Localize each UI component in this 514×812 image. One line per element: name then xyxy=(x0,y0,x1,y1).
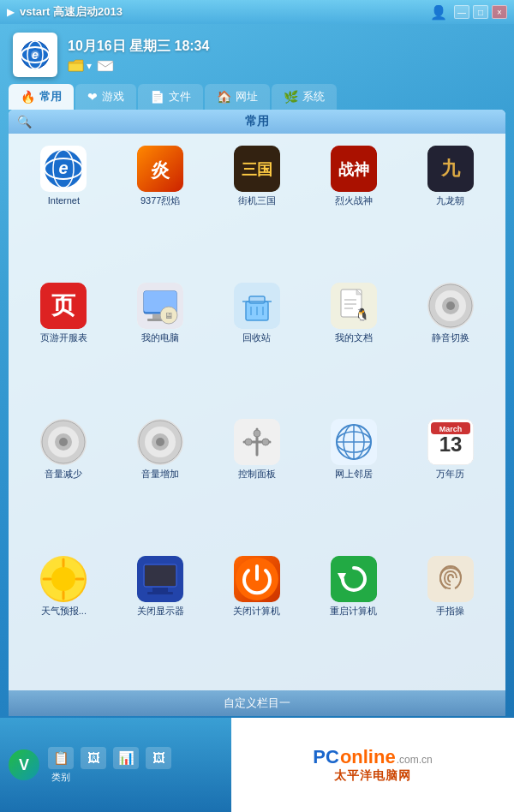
app-voldown[interactable]: 音量减少 xyxy=(17,415,111,546)
app-mypc-icon: 🖥 xyxy=(137,283,183,329)
datetime-display: 10月16日 星期三 18:34 xyxy=(68,38,501,56)
restore-button[interactable]: □ xyxy=(473,5,488,19)
app-game2-icon: 三国 xyxy=(234,146,280,192)
footer-pconline[interactable]: PC online .com.cn 太平洋电脑网 xyxy=(231,718,514,812)
svg-point-51 xyxy=(156,438,164,446)
footer-buttons: 📋 类别 🖼 📊 🖼 xyxy=(48,747,171,784)
app-monitor[interactable]: 关闭显示器 xyxy=(114,552,207,683)
pconline-pc-p: PC xyxy=(313,746,339,768)
svg-text:三国: 三国 xyxy=(242,161,272,178)
app-mypc-label: 我的电脑 xyxy=(141,332,179,343)
svg-text:e: e xyxy=(59,158,69,177)
app-recycle[interactable]: 回收站 xyxy=(211,279,304,409)
tab-web[interactable]: 🏠 网址 xyxy=(205,84,270,110)
app-shutdown-icon xyxy=(234,556,280,602)
app-recycle-icon xyxy=(234,283,280,329)
footer-category-btn[interactable]: 📋 类别 xyxy=(48,747,74,784)
app-weather[interactable]: 天气预报... xyxy=(17,552,111,683)
app-network[interactable]: 网上邻居 xyxy=(307,415,400,546)
app-fingerprint-icon xyxy=(427,556,474,602)
app-game2[interactable]: 三国 街机三国 xyxy=(211,142,304,272)
svg-text:页: 页 xyxy=(51,292,76,319)
footer: V 📋 类别 🖼 📊 🖼 PC onli xyxy=(0,718,514,812)
app-game4-icon: 九 xyxy=(427,146,474,192)
close-button[interactable]: × xyxy=(492,5,507,19)
app-game4-label: 九龙朝 xyxy=(436,195,464,206)
section-header: 🔍 常用 xyxy=(9,110,505,134)
app-monitor-icon xyxy=(137,556,183,602)
email-quick-btn[interactable] xyxy=(97,59,114,73)
app-mute[interactable]: 静音切换 xyxy=(403,279,497,409)
app-restart-icon xyxy=(331,556,377,602)
tab-web-label: 网址 xyxy=(236,89,258,104)
app-network-label: 网上邻居 xyxy=(335,469,373,480)
app-internet[interactable]: e Internet xyxy=(17,142,111,272)
tab-web-icon: 🏠 xyxy=(217,90,231,104)
tab-files-icon: 📄 xyxy=(150,90,164,104)
user-icon: 👤 xyxy=(430,4,447,21)
tab-games[interactable]: ❤ 游戏 xyxy=(75,84,136,110)
svg-rect-5 xyxy=(98,61,113,71)
svg-point-43 xyxy=(446,302,455,310)
app-volup-icon xyxy=(137,419,183,465)
app-control-label: 控制面板 xyxy=(238,469,276,480)
svg-rect-29 xyxy=(249,296,265,303)
folder-quick-btn[interactable]: ▾ xyxy=(68,59,92,73)
app-recycle-label: 回收站 xyxy=(242,332,271,343)
app-volup-label: 音量增加 xyxy=(141,469,179,480)
app-restart[interactable]: 重启计算机 xyxy=(307,552,400,683)
customize-bar[interactable]: 自定义栏目一 xyxy=(9,690,505,716)
tab-files[interactable]: 📄 文件 xyxy=(138,84,203,110)
window-title: vstart 高速启动2013 xyxy=(20,4,123,20)
main-content-area: 🔍 常用 e Internet xyxy=(9,110,505,690)
category-icon: 📋 xyxy=(48,747,74,769)
tab-common[interactable]: 🔥 常用 xyxy=(9,84,74,110)
pconline-dotcom: .com.cn xyxy=(397,754,433,766)
app-pageyou[interactable]: 页 页游开服表 xyxy=(17,279,111,409)
minimize-button[interactable]: — xyxy=(454,5,469,19)
app-mydoc[interactable]: 🐧 我的文档 xyxy=(307,279,400,409)
app-game2-label: 街机三国 xyxy=(238,195,276,206)
app-9377-label: 9377烈焰 xyxy=(140,195,180,206)
tab-common-icon: 🔥 xyxy=(21,90,35,104)
app-monitor-label: 关闭显示器 xyxy=(137,606,184,617)
footer-btn3[interactable]: 📊 xyxy=(113,747,139,784)
footer-btn4-icon: 🖼 xyxy=(146,747,171,769)
app-fingerprint[interactable]: 手指操 xyxy=(403,552,497,683)
app-9377[interactable]: 炎 9377烈焰 xyxy=(114,142,207,272)
app-game4[interactable]: 九 九龙朝 xyxy=(403,142,497,272)
tab-games-icon: ❤ xyxy=(87,90,98,104)
app-pageyou-label: 页游开服表 xyxy=(40,332,87,343)
app-pageyou-icon: 页 xyxy=(40,283,87,329)
svg-point-47 xyxy=(59,438,68,446)
svg-text:e: e xyxy=(32,48,39,62)
header-area: e 10月16日 星期三 18:34 ▾ xyxy=(0,24,514,84)
app-shutdown[interactable]: 关闭计算机 xyxy=(211,552,304,683)
footer-btn4[interactable]: 🖼 xyxy=(146,747,171,784)
app-9377-icon: 炎 xyxy=(137,146,183,192)
app-calendar-icon: March 13 xyxy=(427,419,474,465)
app-mydoc-icon: 🐧 xyxy=(331,283,377,329)
svg-text:战神: 战神 xyxy=(338,161,369,178)
app-mute-icon xyxy=(427,283,474,329)
app-control[interactable]: 控制面板 xyxy=(211,415,304,546)
customize-label: 自定义栏目一 xyxy=(224,696,290,709)
svg-text:🖥: 🖥 xyxy=(164,311,173,320)
vstart-logo-text: V xyxy=(19,756,29,774)
app-mypc[interactable]: 🖥 我的电脑 xyxy=(114,279,207,409)
tabs-bar: 🔥 常用 ❤ 游戏 📄 文件 🏠 网址 🌿 系统 xyxy=(0,84,514,110)
section-search-icon: 🔍 xyxy=(17,115,32,128)
app-voldown-icon xyxy=(40,419,87,465)
app-volup[interactable]: 音量增加 xyxy=(114,415,207,546)
app-calendar[interactable]: March 13 万年历 xyxy=(403,415,497,546)
header-quick-icons: ▾ xyxy=(68,59,501,73)
tab-system[interactable]: 🌿 系统 xyxy=(272,84,337,110)
vstart-logo[interactable]: V xyxy=(9,749,39,780)
ie-icon[interactable]: e xyxy=(13,33,57,77)
tab-games-label: 游戏 xyxy=(102,89,124,104)
app-game3[interactable]: 战神 烈火战神 xyxy=(307,142,400,272)
app-weather-label: 天气预报... xyxy=(41,606,87,617)
footer-btn2[interactable]: 🖼 xyxy=(81,747,106,784)
svg-rect-77 xyxy=(152,588,168,592)
svg-rect-76 xyxy=(145,565,176,586)
